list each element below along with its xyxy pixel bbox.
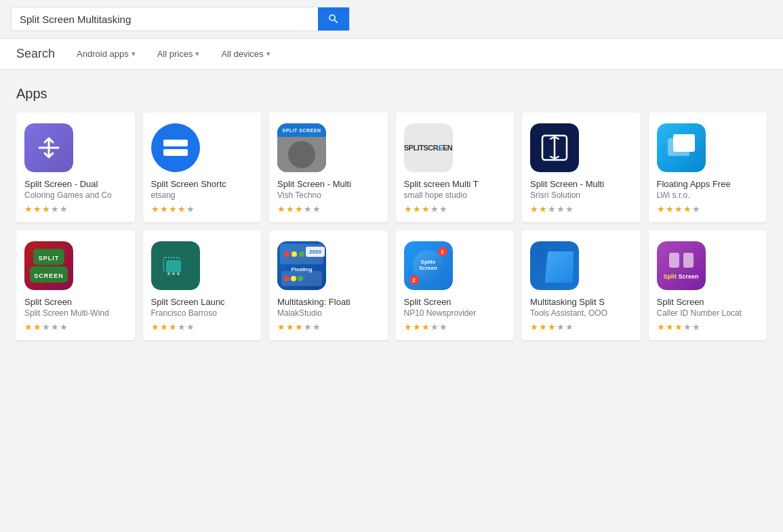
- star: ★: [286, 322, 294, 332]
- app-icon: SPLITSCREEN: [404, 123, 453, 172]
- app-icon-wrapper: [657, 123, 706, 172]
- svg-rect-12: [683, 253, 694, 268]
- app-author: Coloring Games and Co: [24, 190, 127, 200]
- device-filter-label: All devices: [221, 49, 263, 59]
- app-name: Split Screen Launc: [151, 297, 254, 307]
- star: ★: [422, 322, 430, 332]
- app-card[interactable]: Split Screen Split Screen Caller ID Numb…: [649, 230, 767, 340]
- star: ★: [422, 204, 430, 214]
- svg-point-8: [167, 272, 170, 275]
- star: ★: [186, 322, 195, 332]
- app-card[interactable]: SPLIT SCREEN Split Screen - Multi Vish T…: [269, 112, 388, 222]
- star: ★: [160, 204, 168, 214]
- star: ★: [404, 204, 412, 214]
- star: ★: [295, 204, 303, 214]
- star: ★: [51, 204, 59, 214]
- app-icon-wrapper: Splite Screen 1 2: [404, 241, 453, 290]
- app-name: Multitasking Split S: [530, 297, 633, 307]
- star-rating: ★★★★★: [24, 204, 68, 214]
- app-icon: [24, 123, 73, 172]
- star: ★: [413, 204, 421, 214]
- star: ★: [557, 204, 565, 214]
- star: ★: [666, 322, 674, 332]
- star: ★: [24, 322, 33, 332]
- app-icon-wrapper: SPLITSCREEN: [404, 123, 453, 172]
- search-button[interactable]: [318, 7, 349, 30]
- search-input[interactable]: Split Screen Multitasking: [12, 8, 318, 30]
- platform-filter[interactable]: Android apps ▾: [77, 49, 136, 59]
- app-name: Split Screen - Multi: [277, 179, 380, 189]
- star: ★: [657, 322, 665, 332]
- svg-rect-7: [166, 260, 181, 272]
- app-card[interactable]: Split Screen - Dual Coloring Games and C…: [16, 112, 135, 222]
- app-icon: [530, 241, 579, 290]
- app-card[interactable]: 2020 Floating Multitasking: Floati Malak…: [269, 230, 388, 340]
- star: ★: [683, 204, 691, 214]
- app-icon-wrapper: SPLIT SCREEN: [277, 123, 326, 172]
- device-filter[interactable]: All devices ▾: [221, 49, 270, 59]
- app-author: Split Screen Multi-Wind: [24, 308, 127, 318]
- star: ★: [548, 204, 556, 214]
- app-author: Francisco Barroso: [151, 308, 254, 318]
- platform-filter-label: Android apps: [77, 49, 129, 59]
- star: ★: [413, 322, 421, 332]
- app-card[interactable]: Split Screen Shortc etsang ★★★★★: [143, 112, 262, 222]
- star: ★: [169, 204, 177, 214]
- star: ★: [539, 204, 547, 214]
- star: ★: [430, 322, 439, 332]
- app-icon: SPLIT SCREEN: [277, 123, 326, 172]
- app-card[interactable]: Splite Screen 1 2 Split Screen NP10 News…: [396, 230, 515, 340]
- star: ★: [286, 204, 294, 214]
- svg-rect-1: [163, 140, 188, 146]
- star: ★: [539, 322, 547, 332]
- star: ★: [530, 204, 538, 214]
- star-rating: ★★★★★: [657, 204, 700, 214]
- price-chevron-icon: ▾: [195, 49, 199, 58]
- app-author: Srisri Solution: [530, 190, 633, 200]
- star-rating: ★★★★★: [657, 322, 700, 332]
- app-card[interactable]: Multitasking Split S Tools Assistant, OO…: [522, 230, 641, 340]
- star-rating: ★★★★★: [277, 204, 321, 214]
- app-author: Vish Techno: [277, 190, 380, 200]
- search-box: Split Screen Multitasking: [11, 7, 350, 31]
- star: ★: [33, 204, 41, 214]
- app-icon: [151, 123, 200, 172]
- star: ★: [186, 204, 195, 214]
- star: ★: [304, 204, 312, 214]
- search-label: Search: [16, 47, 55, 61]
- star: ★: [565, 322, 574, 332]
- star-rating: ★★★★★: [530, 204, 574, 214]
- platform-chevron-icon: ▾: [132, 49, 136, 58]
- filters-bar: Search Android apps ▾ All prices ▾ All d…: [0, 39, 783, 70]
- app-card[interactable]: Split Screen Launc Francisco Barroso ★★★…: [143, 230, 262, 340]
- app-icon-wrapper: [151, 241, 200, 290]
- app-icon-wrapper: [530, 241, 579, 290]
- device-chevron-icon: ▾: [266, 49, 270, 58]
- star: ★: [60, 322, 68, 332]
- star: ★: [692, 204, 700, 214]
- app-name: Split screen Multi T: [404, 179, 506, 189]
- app-card[interactable]: SPLITSCREEN Split screen Multi T small h…: [396, 112, 515, 222]
- price-filter[interactable]: All prices ▾: [157, 49, 200, 59]
- star: ★: [277, 204, 285, 214]
- star: ★: [657, 204, 665, 214]
- star: ★: [33, 322, 41, 332]
- star-rating: ★★★★★: [277, 322, 321, 332]
- app-card[interactable]: Floating Apps Free LWi s.r.o. ★★★★★: [649, 112, 767, 222]
- app-icon: [151, 241, 200, 290]
- app-author: NP10 Newsprovider: [404, 308, 506, 318]
- star: ★: [439, 322, 447, 332]
- app-card[interactable]: SPLIT SCREEN Split Screen Split Screen M…: [16, 230, 135, 340]
- top-bar: Split Screen Multitasking: [0, 0, 783, 39]
- app-icon: Splite Screen 1 2: [404, 241, 453, 290]
- app-card[interactable]: Split Screen - Multi Srisri Solution ★★★…: [522, 112, 641, 222]
- star-rating: ★★★★★: [404, 322, 447, 332]
- app-author: Caller ID Number Locat: [657, 308, 759, 318]
- star: ★: [439, 204, 447, 214]
- app-icon-wrapper: [24, 123, 73, 172]
- svg-point-9: [172, 272, 175, 275]
- svg-rect-5: [673, 134, 695, 152]
- star: ★: [683, 322, 691, 332]
- app-icon-wrapper: [530, 123, 579, 172]
- app-name: Split Screen: [657, 297, 759, 307]
